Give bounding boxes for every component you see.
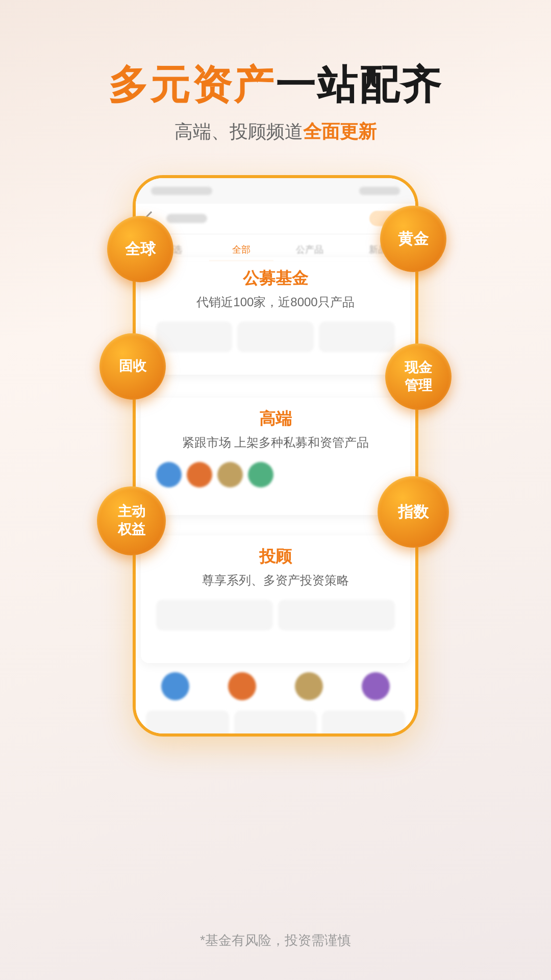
status-time (151, 187, 212, 195)
blur-row-2 (156, 457, 395, 493)
bottom-icon-4 (362, 672, 390, 700)
blur-bottom-3 (322, 710, 405, 733)
bubble-zhishu: 指数 (378, 476, 449, 548)
section-title-2: 高端 (156, 408, 395, 430)
main-title: 多元资产一站配齐 (108, 61, 443, 109)
section-box-gongmu: 公募基金 代销近100家，近8000只产品 (141, 257, 410, 375)
phone-frame: 精选 全部 公产品 新品 公募基金 代销近100家，近8000只产品 (133, 175, 418, 737)
blur-icon-2c (217, 462, 243, 487)
blur-icon-2b (187, 462, 212, 487)
blur-item-1c (319, 322, 395, 352)
blur-row-1 (156, 316, 395, 357)
title-part1: 多元资产 (108, 62, 276, 107)
title-part2: 一站配齐 (276, 62, 443, 107)
bubble-quanqiu: 全球 (107, 216, 173, 282)
section-box-gaoduan: 高端 紧跟市场 上架多种私募和资管产品 (141, 398, 410, 515)
subtitle-highlight: 全面更新 (303, 121, 377, 142)
blur-item-1a (156, 322, 232, 352)
header: 多元资产一站配齐 高端、投顾频道全面更新 (108, 61, 443, 144)
blur-icon-2d (248, 462, 273, 487)
phone-nav (136, 204, 415, 234)
disclaimer: *基金有风险，投资需谨慎 (200, 932, 351, 949)
phone-screen: 精选 全部 公产品 新品 公募基金 代销近100家，近8000只产品 (136, 178, 415, 733)
subtitle-normal: 高端、投顾频道 (174, 121, 303, 142)
page-container: 多元资产一站配齐 高端、投顾频道全面更新 (0, 0, 551, 980)
status-icons (359, 187, 400, 195)
bubble-huangjin: 黄金 (380, 206, 446, 272)
bubble-xianjin-text: 现金管理 (405, 359, 432, 395)
bubble-xianjin: 现金管理 (385, 344, 452, 410)
blur-bottom-1 (146, 710, 229, 733)
blur-row-bottom (141, 710, 410, 733)
bubble-zhudong-text: 主动权益 (118, 503, 145, 538)
bubble-gushou: 固收 (99, 333, 166, 400)
subtitle: 高端、投顾频道全面更新 (108, 119, 443, 144)
blur-row-3 (156, 595, 395, 635)
section-title-1: 公募基金 (156, 267, 395, 290)
section-desc-2: 紧跟市场 上架多种私募和资管产品 (156, 434, 395, 451)
section-box-tougou: 投顾 尊享系列、多资产投资策略 (141, 535, 410, 663)
bottom-icon-3 (295, 672, 323, 700)
blur-icon-2a (156, 462, 182, 487)
phone-status-bar (136, 178, 415, 204)
phone-mockup: 精选 全部 公产品 新品 公募基金 代销近100家，近8000只产品 (133, 175, 418, 737)
section-desc-1: 代销近100家，近8000只产品 (156, 294, 395, 310)
section-desc-3: 尊享系列、多资产投资策略 (156, 572, 395, 589)
bottom-content (141, 668, 410, 723)
blur-bottom-2 (234, 710, 317, 733)
blur-item-1b (237, 322, 313, 352)
blur-item-3a (156, 600, 273, 630)
bottom-icon-1 (161, 672, 189, 700)
blur-item-3b (278, 600, 395, 630)
bubble-zhudong: 主动权益 (97, 486, 166, 555)
nav-title (166, 214, 207, 223)
bottom-icon-2 (228, 672, 256, 700)
bottom-icon-row-1 (141, 668, 410, 704)
section-title-3: 投顾 (156, 546, 395, 568)
